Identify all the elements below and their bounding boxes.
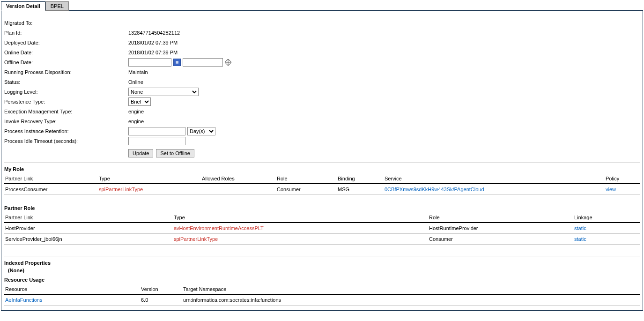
label-idle-timeout: Process Idle Timeout (seconds): (4, 138, 128, 144)
set-offline-button[interactable]: Set to Offline (156, 149, 194, 157)
label-invoke-recovery: Invoke Recovery Type: (4, 119, 128, 124)
retention-unit-select[interactable]: Day(s) (187, 127, 215, 135)
partnerrole-role: Consumer (428, 234, 573, 245)
label-exception-mgmt: Exception Management Type: (4, 109, 128, 114)
partnerrole-linkage-link[interactable]: static (574, 236, 586, 242)
value-running-disposition: Maintain (128, 69, 148, 75)
resource-col-target-ns: Target Namespace (182, 284, 640, 294)
persistence-type-select[interactable]: Brief (128, 97, 151, 106)
section-my-role: My Role (4, 166, 640, 172)
resource-version: 6.0 (140, 294, 182, 306)
value-plan-id: 132847714504282112 (128, 30, 180, 36)
logging-level-select[interactable]: None (128, 88, 199, 96)
myrole-col-service: Service (384, 174, 605, 184)
time-picker-icon[interactable] (225, 59, 231, 66)
partnerrole-row: ServiceProvider_jboi66jn spiPartnerLinkT… (4, 234, 640, 245)
idle-timeout-input[interactable] (128, 137, 185, 145)
myrole-binding: MSG (337, 184, 384, 195)
resource-target-ns: urn:informatica.com:socrates:infa:functi… (182, 294, 640, 306)
section-indexed-properties: Indexed Properties (4, 260, 640, 266)
value-exception-mgmt: engine (128, 109, 144, 114)
partnerrole-type: avHostEnvironmentRuntimeAccessPLT (173, 223, 428, 234)
label-persistence-type: Persistence Type: (4, 99, 128, 105)
panel-version-detail: Migrated To: Plan Id:132847714504282112 … (1, 10, 643, 311)
partnerrole-col-role: Role (428, 213, 573, 223)
myrole-type: spiPartnerLinkType (98, 184, 201, 195)
partnerrole-partner-link: HostProvider (4, 223, 173, 234)
myrole-col-role: Role (276, 174, 337, 184)
partnerrole-linkage-link[interactable]: static (574, 225, 586, 231)
label-offline-date: Offline Date: (4, 60, 128, 65)
offline-date-input[interactable] (128, 58, 171, 67)
calendar-icon[interactable]: ▦ (173, 59, 181, 66)
label-logging-level: Logging Level: (4, 89, 128, 95)
myrole-col-policy: Policy (605, 174, 640, 184)
myrole-service-link[interactable]: 0CBfPXmws9sdKkH9w443Sk/PAgentCloud (385, 187, 484, 192)
indexed-none: (None) (8, 268, 640, 273)
label-online-date: Online Date: (4, 50, 128, 55)
label-deployed-date: Deployed Date: (4, 40, 128, 45)
resource-link[interactable]: AeInfaFunctions (5, 297, 43, 303)
label-running-disposition: Running Process Disposition: (4, 69, 128, 75)
resource-col-version: Version (140, 284, 182, 294)
value-deployed-date: 2018/01/02 07:39 PM (128, 40, 178, 45)
section-partner-role: Partner Role (4, 205, 640, 211)
retention-input[interactable] (128, 127, 185, 135)
value-invoke-recovery: engine (128, 119, 144, 124)
update-button[interactable]: Update (128, 149, 153, 157)
resource-row: AeInfaFunctions 6.0 urn:informatica.com:… (4, 294, 640, 306)
partnerrole-role: HostRuntimeProvider (428, 223, 573, 234)
myrole-col-partner-link: Partner Link (4, 174, 98, 184)
section-resource-usage: Resource Usage (4, 277, 640, 283)
offline-time-input[interactable] (183, 58, 223, 67)
myrole-allowed-roles (201, 184, 276, 195)
myrole-role: Consumer (276, 184, 337, 195)
myrole-col-type: Type (98, 174, 201, 184)
myrole-partner-link: ProcessConsumer (4, 184, 98, 195)
myrole-row: ProcessConsumer spiPartnerLinkType Consu… (4, 184, 640, 195)
tab-bpel[interactable]: BPEL (45, 1, 69, 11)
partnerrole-col-type: Type (173, 213, 428, 223)
label-migrated-to: Migrated To: (4, 20, 128, 26)
value-online-date: 2018/01/02 07:39 PM (128, 50, 178, 55)
partnerrole-type: spiPartnerLinkType (173, 234, 428, 245)
label-plan-id: Plan Id: (4, 30, 128, 36)
label-retention: Process Instance Retention: (4, 128, 128, 134)
myrole-policy-link[interactable]: view (606, 187, 616, 192)
partnerrole-partner-link: ServiceProvider_jboi66jn (4, 234, 173, 245)
label-status: Status: (4, 79, 128, 85)
tab-version-detail[interactable]: Version Detail (1, 1, 45, 11)
partnerrole-col-linkage: Linkage (573, 213, 640, 223)
myrole-col-allowed-roles: Allowed Roles (201, 174, 276, 184)
value-status: Online (128, 79, 143, 85)
partnerrole-row: HostProvider avHostEnvironmentRuntimeAcc… (4, 223, 640, 234)
myrole-col-binding: Binding (337, 174, 384, 184)
partnerrole-col-partner-link: Partner Link (4, 213, 173, 223)
resource-col-resource: Resource (4, 284, 140, 294)
